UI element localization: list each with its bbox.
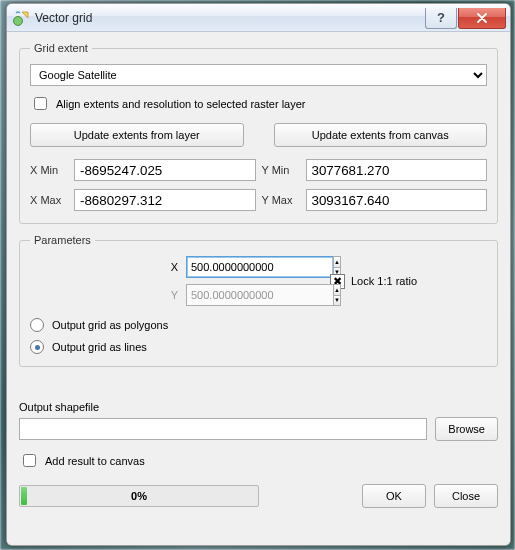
spin-up-icon[interactable]: ▲ bbox=[334, 257, 340, 268]
dialog-window: Vector grid ? Grid extent Google Satelli… bbox=[6, 3, 511, 546]
x-spin-input[interactable] bbox=[186, 256, 333, 278]
browse-button[interactable]: Browse bbox=[435, 417, 498, 441]
app-icon bbox=[13, 10, 29, 26]
y-spin-input bbox=[186, 284, 333, 306]
progress-percent: 0% bbox=[20, 486, 258, 506]
add-result-checkbox[interactable] bbox=[23, 454, 36, 467]
spin-up-icon: ▲ bbox=[334, 285, 340, 296]
update-extents-from-layer-button[interactable]: Update extents from layer bbox=[30, 123, 244, 147]
xmax-label: X Max bbox=[30, 194, 68, 206]
help-button[interactable]: ? bbox=[425, 8, 457, 29]
window-title: Vector grid bbox=[35, 11, 425, 25]
title-bar: Vector grid ? bbox=[7, 4, 510, 32]
xmin-label: X Min bbox=[30, 164, 68, 176]
spin-down-icon: ▼ bbox=[334, 296, 340, 306]
output-shapefile-label: Output shapefile bbox=[19, 401, 498, 413]
parameters-group: Parameters X ▲ ▼ ✖ Lock 1:1 ratio Y bbox=[19, 234, 498, 367]
align-extents-checkbox[interactable] bbox=[34, 97, 47, 110]
y-spinbox: ▲ ▼ bbox=[186, 284, 312, 306]
output-shapefile-input[interactable] bbox=[19, 418, 427, 440]
lock-ratio-label: Lock 1:1 ratio bbox=[351, 275, 417, 287]
ymax-label: Y Max bbox=[262, 194, 300, 206]
layer-combo[interactable]: Google Satellite bbox=[30, 64, 487, 86]
align-extents-label: Align extents and resolution to selected… bbox=[56, 98, 305, 110]
xmax-input[interactable] bbox=[74, 189, 256, 211]
progress-bar: 0% bbox=[19, 485, 259, 507]
grid-extent-group: Grid extent Google Satellite Align exten… bbox=[19, 42, 498, 224]
ok-button[interactable]: OK bbox=[362, 484, 426, 508]
close-button[interactable]: Close bbox=[434, 484, 498, 508]
output-lines-radio[interactable] bbox=[30, 340, 44, 354]
x-spinbox[interactable]: ▲ ▼ bbox=[186, 256, 312, 278]
output-polygons-radio[interactable] bbox=[30, 318, 44, 332]
client-area: Grid extent Google Satellite Align exten… bbox=[7, 32, 510, 545]
update-extents-from-canvas-button[interactable]: Update extents from canvas bbox=[274, 123, 488, 147]
svg-point-0 bbox=[14, 16, 23, 25]
ymax-input[interactable] bbox=[306, 189, 488, 211]
x-label: X bbox=[30, 261, 186, 273]
y-spin-buttons: ▲ ▼ bbox=[333, 284, 341, 306]
output-polygons-label: Output grid as polygons bbox=[52, 319, 168, 331]
y-label: Y bbox=[30, 289, 186, 301]
close-window-button[interactable] bbox=[458, 8, 506, 29]
ymin-label: Y Min bbox=[262, 164, 300, 176]
add-result-label: Add result to canvas bbox=[45, 455, 145, 467]
title-buttons: ? bbox=[425, 8, 510, 28]
ymin-input[interactable] bbox=[306, 159, 488, 181]
xmin-input[interactable] bbox=[74, 159, 256, 181]
grid-extent-legend: Grid extent bbox=[30, 42, 92, 54]
parameters-legend: Parameters bbox=[30, 234, 95, 246]
output-lines-label: Output grid as lines bbox=[52, 341, 147, 353]
